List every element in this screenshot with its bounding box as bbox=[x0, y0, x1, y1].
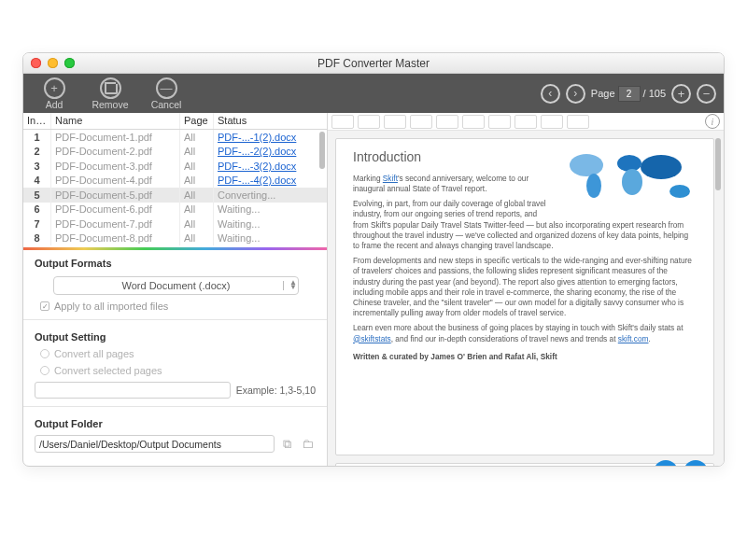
table-row[interactable]: 7PDF-Document-7.pdfAllWaiting... bbox=[23, 217, 327, 231]
preview-paragraph: Learn even more about the business of go… bbox=[353, 323, 697, 343]
window-close-button[interactable] bbox=[31, 58, 41, 68]
layout-mode-button[interactable] bbox=[567, 115, 589, 129]
chevron-right-icon: › bbox=[573, 87, 577, 100]
apply-all-label: Apply to all imported files bbox=[54, 301, 168, 312]
next-page-button[interactable]: › bbox=[566, 84, 585, 104]
window-zoom-button[interactable] bbox=[64, 58, 75, 68]
col-page[interactable]: Page bbox=[180, 113, 214, 129]
table-row[interactable]: 2PDF-Document-2.pdfAllPDF-...-2(2).docx bbox=[23, 145, 327, 160]
layout-mode-button[interactable] bbox=[514, 115, 537, 129]
chevron-updown-icon: ▲▼ bbox=[289, 280, 297, 289]
preview-paragraph: From developments and new steps in speci… bbox=[353, 256, 697, 318]
folder-icon: 🗀 bbox=[302, 437, 314, 451]
page-label: Page bbox=[591, 88, 615, 99]
add-button[interactable]: + Add bbox=[29, 77, 79, 110]
zoom-out-button[interactable]: − bbox=[697, 84, 716, 104]
link-skift[interactable]: Skift bbox=[383, 174, 398, 183]
status-text: Waiting... bbox=[214, 231, 327, 245]
radio-icon bbox=[40, 349, 49, 358]
layout-mode-button[interactable] bbox=[488, 115, 511, 129]
prev-page-button[interactable]: ‹ bbox=[541, 84, 560, 104]
apply-all-checkbox[interactable]: ✓ Apply to all imported files bbox=[40, 301, 316, 312]
window-minimize-button[interactable] bbox=[48, 58, 58, 68]
col-status[interactable]: Status bbox=[214, 113, 327, 129]
preview-page bbox=[335, 463, 714, 466]
add-label: Add bbox=[46, 99, 63, 110]
col-name[interactable]: Name bbox=[51, 113, 180, 129]
status-text: Waiting... bbox=[214, 202, 327, 217]
preview-byline: Written & curated by James O' Brien and … bbox=[353, 352, 697, 362]
status-link[interactable]: PDF-...-4(2).docx bbox=[214, 173, 327, 188]
window-title: PDF Converter Master bbox=[23, 57, 724, 70]
svg-point-5 bbox=[669, 185, 690, 198]
status-link[interactable]: PDF-...-1(2).docx bbox=[214, 130, 327, 145]
remove-button[interactable]: Remove bbox=[85, 77, 135, 110]
table-row[interactable]: 6PDF-Document-6.pdfAllWaiting... bbox=[23, 203, 327, 217]
preview-viewport[interactable]: Introduction Marking Skift's second anni… bbox=[328, 131, 724, 466]
decorative-circle bbox=[684, 460, 708, 466]
table-row[interactable]: 8PDF-Document-8.pdfAllWaiting... bbox=[23, 231, 327, 246]
layout-mode-button[interactable] bbox=[331, 115, 354, 129]
status-text: Converting... bbox=[214, 188, 327, 203]
cancel-button[interactable]: — Cancel bbox=[141, 77, 191, 110]
preview-page: Introduction Marking Skift's second anni… bbox=[335, 138, 714, 455]
plus-icon: + bbox=[44, 77, 65, 99]
layout-mode-button[interactable] bbox=[410, 115, 432, 129]
preview-panel: i Introduction bbox=[328, 113, 724, 466]
titlebar: PDF Converter Master bbox=[23, 53, 724, 74]
info-button[interactable]: i bbox=[705, 114, 720, 129]
output-folder-title: Output Folder bbox=[35, 418, 316, 429]
scrollbar[interactable] bbox=[319, 132, 325, 169]
convert-selected-radio[interactable]: Convert selected pages bbox=[40, 365, 316, 376]
page-range-input[interactable] bbox=[35, 382, 231, 399]
cancel-label: Cancel bbox=[151, 99, 182, 110]
radio-icon bbox=[40, 366, 49, 375]
convert-all-label: Convert all pages bbox=[54, 348, 134, 359]
output-setting-title: Output Setting bbox=[35, 331, 316, 343]
output-format-value: Word Document (.docx) bbox=[122, 280, 231, 291]
status-link[interactable]: PDF-...-3(2).docx bbox=[214, 159, 327, 174]
remove-label: Remove bbox=[92, 99, 128, 110]
file-table-header: Index Name Page Status bbox=[23, 113, 327, 130]
layout-mode-button[interactable] bbox=[436, 115, 458, 129]
preview-toolbar: i bbox=[328, 113, 724, 131]
layout-mode-button[interactable] bbox=[541, 115, 563, 129]
app-window: PDF Converter Master + Add Remove — Canc… bbox=[22, 52, 725, 467]
table-row[interactable]: 5PDF-Document-5.pdfAllConverting... bbox=[23, 188, 327, 203]
table-row[interactable]: 3PDF-Document-3.pdfAllPDF-...-3(2).docx bbox=[23, 159, 327, 174]
svg-point-2 bbox=[617, 155, 641, 172]
checkbox-icon: ✓ bbox=[40, 301, 49, 311]
layout-mode-button[interactable] bbox=[462, 115, 485, 129]
svg-point-1 bbox=[586, 174, 601, 198]
world-map-graphic bbox=[560, 145, 700, 210]
left-panel: Index Name Page Status 1PDF-Document-1.p… bbox=[23, 113, 328, 466]
table-row[interactable]: 1PDF-Document-1.pdfAllPDF-...-1(2).docx bbox=[23, 130, 327, 145]
page-display: Page 2 / 105 bbox=[591, 86, 666, 102]
link-skiftcom[interactable]: skift.com bbox=[618, 334, 649, 343]
output-folder-input[interactable] bbox=[35, 435, 275, 453]
layout-mode-button[interactable] bbox=[358, 115, 380, 129]
decorative-circle bbox=[654, 460, 678, 466]
link-skiftstats[interactable]: @skiftstats bbox=[353, 334, 391, 343]
chevron-left-icon: ‹ bbox=[548, 87, 552, 100]
col-index[interactable]: Index bbox=[23, 113, 51, 129]
choose-folder-button[interactable]: 🗀 bbox=[299, 436, 316, 453]
status-text: Waiting... bbox=[214, 217, 327, 231]
svg-point-3 bbox=[622, 169, 642, 195]
settings-panel: Output Formats Word Document (.docx) ▲▼ … bbox=[23, 250, 327, 466]
convert-all-radio[interactable]: Convert all pages bbox=[40, 348, 316, 359]
status-link[interactable]: PDF-...-2(2).docx bbox=[214, 144, 327, 159]
reveal-folder-button[interactable]: ⧉ bbox=[278, 436, 295, 453]
svg-point-4 bbox=[641, 155, 682, 179]
scrollbar[interactable] bbox=[715, 138, 721, 190]
page-input[interactable]: 2 bbox=[618, 86, 641, 102]
folder-open-icon: ⧉ bbox=[283, 437, 291, 452]
layout-mode-button[interactable] bbox=[384, 115, 406, 129]
trash-icon bbox=[100, 77, 121, 99]
file-table-body: 1PDF-Document-1.pdfAllPDF-...-1(2).docx2… bbox=[23, 130, 327, 247]
zoom-in-button[interactable]: + bbox=[671, 84, 691, 104]
svg-point-0 bbox=[570, 154, 603, 176]
output-format-select[interactable]: Word Document (.docx) ▲▼ bbox=[53, 276, 299, 295]
page-range-example: Example: 1,3-5,10 bbox=[236, 385, 316, 396]
table-row[interactable]: 4PDF-Document-4.pdfAllPDF-...-4(2).docx bbox=[23, 174, 327, 189]
